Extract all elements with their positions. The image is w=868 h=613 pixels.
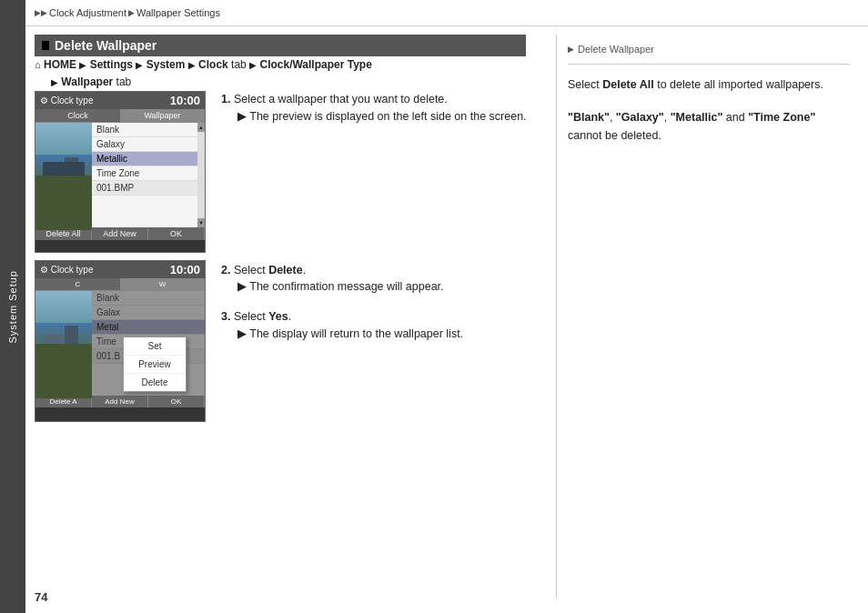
right-panel-arrow: ▶ xyxy=(568,45,574,54)
step-3-num: 3. xyxy=(221,310,230,323)
clock-time-2: 10:00 xyxy=(170,263,200,276)
step-2-arrow: ▶ xyxy=(237,280,247,293)
step-3-sub-text: The display will return to the wallpaper… xyxy=(249,327,463,340)
right-panel: ▶ Delete Wallpaper Select Delete All to … xyxy=(556,35,861,598)
step-2-sub-text: The confirmation message will appear. xyxy=(249,280,443,293)
nav-home: HOME xyxy=(44,58,79,71)
clock-icon-1: ⚙ Clock type xyxy=(40,95,93,106)
breadcrumb-arrow-1: ▶▶ xyxy=(35,8,47,17)
nav-arrow-5: ▶ xyxy=(51,77,58,87)
sidebar: System Setup xyxy=(0,0,25,613)
quoted-blank: "Blank" xyxy=(568,111,610,124)
step-3-text2: . xyxy=(288,310,291,323)
footer-ok[interactable]: OK xyxy=(148,227,205,240)
step-3: 3. Select Yes. ▶ The display will return… xyxy=(221,308,544,343)
step-2-num: 2. xyxy=(221,264,230,276)
delete-all-bold: Delete All xyxy=(602,78,654,91)
right-panel-header: ▶ Delete Wallpaper xyxy=(568,44,850,55)
list-item-galaxy[interactable]: Galaxy xyxy=(92,137,197,152)
instructions: 1. Select a wallpaper that you want to d… xyxy=(221,91,544,356)
context-menu-preview[interactable]: Preview xyxy=(124,356,186,374)
clock-preview-2 xyxy=(35,291,92,398)
nav-arrow-3: ▶ xyxy=(188,60,196,70)
footer-add-new[interactable]: Add New xyxy=(92,227,148,240)
top-rule xyxy=(25,25,868,26)
breadcrumb: ▶▶ Clock Adjustment ▶ Wallpaper Settings xyxy=(35,7,220,18)
step-1-sub: ▶ The preview is displayed on the left s… xyxy=(237,108,544,126)
clock-tab-wallpaper[interactable]: Wallpaper xyxy=(120,109,205,123)
clock-body-1: Blank Galaxy Metallic Time Zone 001.BMP … xyxy=(35,123,205,227)
step-3-bold: Yes xyxy=(268,310,288,323)
clock-body-2: Blank Galax Metal Time 001.B Set Preview… xyxy=(35,291,205,396)
clock-time-1: 10:00 xyxy=(170,94,200,107)
step-2-bold: Delete xyxy=(268,264,303,276)
nav-tab2: tab xyxy=(116,75,132,88)
clock-preview-1 xyxy=(35,123,92,230)
breadcrumb-item-1: Clock Adjustment xyxy=(49,7,126,18)
nav-clock: Clock xyxy=(198,58,228,71)
section-header: Delete Wallpaper xyxy=(35,35,526,56)
clock-scrollbar-1[interactable]: ▲ ▼ xyxy=(197,123,205,227)
footer2-ok[interactable]: OK xyxy=(148,396,205,407)
step-2: 2. Select Delete. ▶ The confirmation mes… xyxy=(221,262,544,296)
context-menu-delete[interactable]: Delete xyxy=(124,374,186,391)
list-item-timezone[interactable]: Time Zone xyxy=(92,166,197,181)
quoted-metallic: "Metallic" xyxy=(671,111,723,124)
step-3-sub: ▶ The display will return to the wallpap… xyxy=(237,326,544,343)
step-1-sub-text: The preview is displayed on the left sid… xyxy=(249,110,526,123)
step-1-arrow: ▶ xyxy=(237,110,247,123)
clock-tab2-wallpaper[interactable]: W xyxy=(120,278,205,291)
nav-arrow-2: ▶ xyxy=(136,60,143,70)
footer2-add-new[interactable]: Add New xyxy=(92,396,148,407)
nav-clock-wallpaper: Clock/Wallpaper Type xyxy=(259,58,371,71)
scrollbar-up-1[interactable]: ▲ xyxy=(197,123,205,132)
step-1-num: 1. xyxy=(221,93,230,106)
step-1: 1. Select a wallpaper that you want to d… xyxy=(221,91,544,126)
nav-wallpaper: Wallpaper xyxy=(61,75,113,88)
list2-item-galax: Galax xyxy=(92,306,205,320)
list-item-blank[interactable]: Blank xyxy=(92,123,197,137)
clock-tabs-2: C W xyxy=(35,278,205,291)
clock-tab2-clock[interactable]: C xyxy=(35,278,120,291)
context-menu: Set Preview Delete xyxy=(123,337,187,392)
main-content: ▶▶ Clock Adjustment ▶ Wallpaper Settings… xyxy=(25,0,868,613)
screenshot-1: ⚙ Clock type 10:00 Clock Wallpaper xyxy=(35,91,206,253)
screenshots-area: ⚙ Clock type 10:00 Clock Wallpaper xyxy=(35,91,206,422)
section-marker xyxy=(42,41,49,50)
right-panel-title: Delete Wallpaper xyxy=(578,44,654,55)
nav-system: System xyxy=(146,58,188,71)
quoted-timezone: "Time Zone" xyxy=(748,111,815,124)
list-item-metallic[interactable]: Metallic xyxy=(92,152,197,166)
section-title: Delete Wallpaper xyxy=(55,38,156,53)
list-item-bmp[interactable]: 001.BMP xyxy=(92,181,197,196)
clock-tab-clock[interactable]: Clock xyxy=(35,109,120,123)
step-2-text2: . xyxy=(303,264,306,276)
right-panel-para1: Select Delete All to delete all imported… xyxy=(568,75,850,94)
sidebar-label: System Setup xyxy=(7,270,18,343)
scrollbar-down-1[interactable]: ▼ xyxy=(197,218,205,227)
page-number: 74 xyxy=(35,590,47,604)
clock-top-bar-1: ⚙ Clock type 10:00 xyxy=(35,92,205,109)
nav-tab1: tab xyxy=(231,58,249,71)
step-2-text: Select xyxy=(234,264,268,276)
nav-arrow-4: ▶ xyxy=(249,60,257,70)
nav-settings: Settings xyxy=(90,58,136,71)
context-menu-set[interactable]: Set xyxy=(124,337,186,356)
step-3-arrow: ▶ xyxy=(237,327,247,340)
breadcrumb-item-2: Wallpaper Settings xyxy=(136,7,220,18)
clock-top-bar-2: ⚙ Clock type 10:00 xyxy=(35,261,205,278)
step-3-text: Select xyxy=(234,310,268,323)
breadcrumb-arrow-2: ▶ xyxy=(128,8,135,17)
nav-arrow-1: ▶ xyxy=(79,60,86,70)
clock-tabs-1: Clock Wallpaper xyxy=(35,109,205,123)
list2-item-blank: Blank xyxy=(92,291,205,306)
nav-path: ⌂ HOME ▶ Settings ▶ System ▶ Clock tab ▶… xyxy=(35,56,372,91)
step-2-sub: ▶ The confirmation message will appear. xyxy=(237,278,544,296)
clock-icon-2: ⚙ Clock type xyxy=(40,265,93,275)
quoted-galaxy: "Galaxy" xyxy=(616,111,664,124)
screenshot-2: ⚙ Clock type 10:00 C W Blank xyxy=(35,260,206,422)
right-panel-para2: "Blank", "Galaxy", "Metallic" and "Time … xyxy=(568,108,850,145)
step-1-text: Select a wallpaper that you want to dele… xyxy=(234,93,448,106)
right-panel-rule xyxy=(568,64,850,65)
clock-list-1: Blank Galaxy Metallic Time Zone 001.BMP xyxy=(92,123,197,227)
